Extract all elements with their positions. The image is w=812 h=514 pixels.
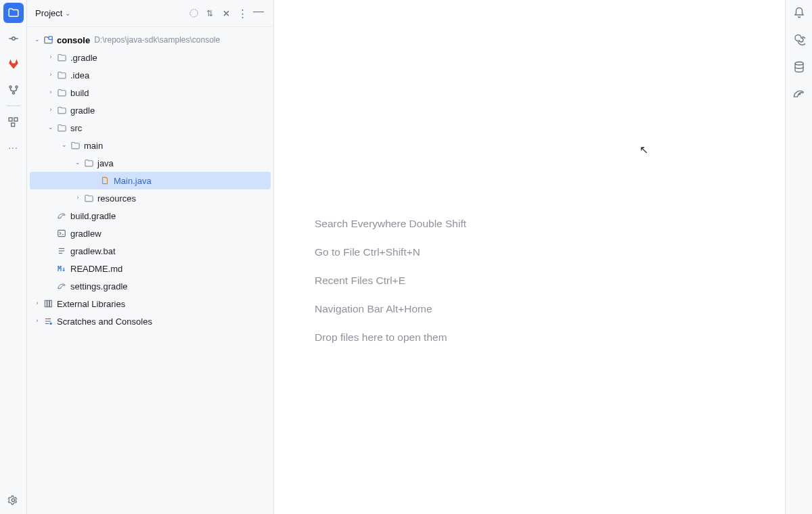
- editor-tip[interactable]: Go to File Ctrl+Shift+N: [315, 238, 466, 266]
- tree-node-label: gradlew: [70, 229, 102, 239]
- folder-icon: [55, 51, 68, 64]
- editor-tip[interactable]: Navigation Bar Alt+Home: [315, 295, 466, 323]
- tree-node[interactable]: java: [27, 154, 273, 172]
- tree-node[interactable]: gradlew: [27, 225, 273, 242]
- editor-tip[interactable]: Search Everywhere Double Shift: [315, 210, 466, 238]
- gradle-file-icon: [55, 210, 68, 222]
- chevron-down-icon: ⌄: [65, 9, 70, 17]
- tree-node[interactable]: resources: [27, 189, 273, 207]
- tree-node-label: gradle: [70, 106, 95, 116]
- project-tree[interactable]: consoleD:\repos\java-sdk\samples\console…: [27, 27, 273, 334]
- tree-arrow-icon[interactable]: [73, 159, 83, 166]
- svg-rect-16: [45, 300, 47, 306]
- tree-node[interactable]: Scratches and Consoles: [27, 312, 273, 330]
- tree-node[interactable]: consoleD:\repos\java-sdk\samples\console: [27, 31, 273, 49]
- tool-structure-button[interactable]: [3, 112, 24, 132]
- tree-node-label: .gradle: [70, 53, 97, 63]
- folder-icon: [55, 122, 68, 134]
- database-icon: [793, 61, 805, 73]
- tip-shortcut: Alt+Home: [386, 303, 432, 314]
- folder-icon: [7, 7, 20, 19]
- hide-panel-button[interactable]: —: [250, 5, 267, 22]
- svg-rect-11: [49, 36, 52, 39]
- tree-node-label: console: [57, 35, 90, 45]
- editor-tip[interactable]: Recent Files Ctrl+E: [315, 266, 466, 295]
- editor-empty-state[interactable]: ↖ Search Everywhere Double ShiftGo to Fi…: [274, 0, 785, 514]
- library-icon: [42, 298, 54, 310]
- tree-node[interactable]: .idea: [27, 66, 273, 84]
- tree-arrow-icon[interactable]: [46, 71, 55, 78]
- tool-more-button[interactable]: ···: [3, 137, 24, 158]
- select-opened-file-button[interactable]: [185, 5, 202, 22]
- tree-node-label: .idea: [70, 70, 89, 80]
- svg-rect-17: [47, 300, 49, 306]
- tree-arrow-icon[interactable]: [46, 124, 55, 131]
- expand-collapse-button[interactable]: ⇅: [202, 5, 218, 22]
- svg-rect-12: [58, 230, 66, 236]
- tree-arrow-icon[interactable]: [73, 194, 83, 201]
- tool-gitlab-button[interactable]: [3, 54, 24, 74]
- tree-node[interactable]: build.gradle: [27, 207, 273, 225]
- java-file-icon: [99, 174, 111, 187]
- tree-arrow-icon[interactable]: [60, 141, 69, 148]
- options-button[interactable]: ⋮: [234, 5, 250, 22]
- tree-arrow-icon[interactable]: [46, 53, 55, 60]
- editor-tips: Search Everywhere Double ShiftGo to File…: [315, 210, 466, 352]
- tool-project-button[interactable]: [3, 3, 24, 23]
- tree-node-label: settings.gradle: [70, 281, 128, 291]
- tool-vcs-button[interactable]: [3, 80, 24, 100]
- svg-point-5: [12, 92, 14, 94]
- gradle-icon: [792, 87, 806, 101]
- left-toolwindow-strip: ···: [0, 0, 27, 514]
- tree-node-label: gradlew.bat: [70, 246, 116, 256]
- tip-label: Drop files here to open them: [315, 331, 447, 343]
- editor-tip[interactable]: Drop files here to open them: [315, 323, 466, 352]
- folder-icon: [55, 69, 68, 81]
- project-title-label: Project: [35, 8, 62, 18]
- tree-node-label: resources: [97, 193, 136, 204]
- tree-node-hint: D:\repos\java-sdk\samples\console: [94, 35, 220, 45]
- expand-icon: ⇅: [206, 9, 213, 18]
- tree-node[interactable]: src: [27, 119, 273, 137]
- folder-icon: [83, 157, 95, 169]
- svg-point-3: [9, 86, 12, 88]
- text-file-icon: [55, 245, 68, 257]
- tree-arrow-icon[interactable]: [32, 300, 42, 306]
- minimize-icon: —: [253, 5, 264, 18]
- tool-settings-button[interactable]: [3, 490, 24, 510]
- separator: [7, 106, 20, 106]
- tree-node[interactable]: main: [27, 137, 273, 154]
- tree-node[interactable]: .gradle: [27, 49, 273, 66]
- tree-arrow-icon[interactable]: [32, 36, 42, 43]
- tree-node[interactable]: settings.gradle: [27, 277, 273, 295]
- tree-arrow-icon[interactable]: [32, 317, 42, 324]
- cursor-icon: ↖: [639, 143, 648, 156]
- kebab-icon: ⋮: [238, 7, 248, 20]
- tip-label: Recent Files: [315, 275, 373, 286]
- tool-database-button[interactable]: [790, 58, 808, 76]
- tree-node-label: README.md: [70, 264, 122, 274]
- collapse-all-button[interactable]: ⤫: [218, 5, 234, 22]
- svg-rect-6: [9, 118, 12, 121]
- tree-node[interactable]: gradlew.bat: [27, 242, 273, 260]
- svg-point-24: [799, 93, 800, 95]
- tool-ai-button[interactable]: [790, 31, 808, 49]
- project-view-selector[interactable]: Project ⌄: [35, 8, 70, 18]
- tree-arrow-icon[interactable]: [46, 89, 55, 95]
- svg-point-9: [12, 498, 14, 501]
- collapse-icon: ⤫: [223, 8, 230, 18]
- tree-node[interactable]: build: [27, 84, 273, 101]
- tree-node-selected[interactable]: Main.java: [30, 172, 271, 189]
- gear-icon: [7, 494, 19, 506]
- tree-node[interactable]: M↓README.md: [27, 260, 273, 277]
- tool-notifications-button[interactable]: [790, 4, 808, 22]
- tree-node[interactable]: External Libraries: [27, 295, 273, 312]
- tool-gradle-button[interactable]: [790, 85, 808, 103]
- tip-shortcut: Ctrl+E: [376, 275, 405, 286]
- tree-node-label: build.gradle: [70, 211, 116, 221]
- gradle-file-icon: [55, 280, 68, 292]
- tool-commit-button[interactable]: [3, 28, 24, 49]
- tree-arrow-icon[interactable]: [46, 106, 55, 113]
- tree-node[interactable]: gradle: [27, 101, 273, 119]
- tree-node-label: build: [70, 88, 89, 98]
